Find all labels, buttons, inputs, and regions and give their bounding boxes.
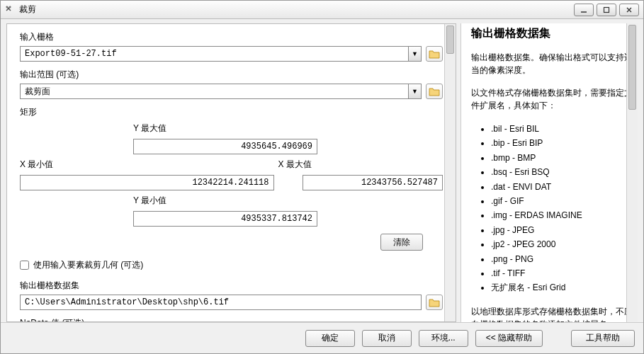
window-title: 裁剪 <box>19 4 574 16</box>
input-raster-value: Export09-51-27.tif <box>21 49 408 59</box>
x-min-input[interactable] <box>20 175 274 190</box>
maximize-button[interactable] <box>597 4 616 16</box>
format-item: .png - PNG <box>491 252 633 266</box>
input-raster-combo[interactable]: Export09-51-27.tif ▼ <box>20 46 422 62</box>
y-max-input[interactable] <box>133 139 317 154</box>
input-raster-label: 输入栅格 <box>20 31 443 43</box>
svg-point-0 <box>6 6 9 8</box>
format-item: .bsq - Esri BSQ <box>491 165 633 179</box>
browse-input-raster-button[interactable] <box>426 46 443 62</box>
use-features-label: 使用输入要素裁剪几何 (可选) <box>33 259 143 271</box>
svg-rect-3 <box>604 7 609 12</box>
format-item: .bil - Esri BIL <box>491 122 633 136</box>
environments-button[interactable]: 环境... <box>419 330 468 347</box>
format-item: .jpg - JPEG <box>491 223 633 237</box>
help-text: 输出栅格数据集。确保输出格式可以支持适当的像素深度。 <box>471 51 633 76</box>
format-item: .bip - Esri BIP <box>491 136 633 150</box>
chevron-down-icon[interactable]: ▼ <box>408 47 421 61</box>
y-max-label: Y 最大值 <box>133 122 274 135</box>
output-dataset-input[interactable] <box>20 295 422 310</box>
x-max-input[interactable] <box>303 175 444 190</box>
button-bar: 确定 取消 环境... << 隐藏帮助 工具帮助 <box>1 322 643 353</box>
output-dataset-label: 输出栅格数据集 <box>20 280 443 292</box>
title-bar: 裁剪 <box>1 1 643 19</box>
format-item: .jp2 - JPEG 2000 <box>491 237 633 251</box>
cancel-button[interactable]: 取消 <box>362 330 412 347</box>
window-buttons <box>574 4 639 16</box>
chevron-down-icon[interactable]: ▼ <box>408 84 421 98</box>
format-item: .dat - ENVI DAT <box>491 180 633 194</box>
help-scrollbar[interactable] <box>626 23 638 322</box>
help-title: 输出栅格数据集 <box>471 26 633 41</box>
hide-help-button[interactable]: << 隐藏帮助 <box>475 330 543 347</box>
browse-output-dataset-button[interactable] <box>426 295 443 310</box>
help-text: 以地理数据库形式存储栅格数据集时，不应向栅格数据集的名称添加文件扩展名。 <box>471 305 633 322</box>
dialog-window: 裁剪 输入栅格 Export09-51-27.tif ▼ 输出范 <box>0 0 644 354</box>
form-scrollbar[interactable] <box>444 24 456 321</box>
nodata-label: NoData 值 (可选) <box>20 317 443 322</box>
x-max-label: X 最大值 <box>274 159 444 171</box>
output-extent-value: 裁剪面 <box>21 86 408 98</box>
use-features-checkbox[interactable] <box>20 261 29 270</box>
app-icon <box>5 5 15 15</box>
y-min-label: Y 最小值 <box>133 195 274 207</box>
rectangle-label: 矩形 <box>20 106 443 118</box>
clear-button[interactable]: 清除 <box>380 234 423 251</box>
format-item: .tif - TIFF <box>491 266 633 280</box>
svg-point-1 <box>9 6 11 8</box>
ok-button[interactable]: 确定 <box>305 330 355 347</box>
close-button[interactable] <box>619 4 639 16</box>
format-list: .bil - Esri BIL.bip - Esri BIP.bmp - BMP… <box>471 122 633 295</box>
form-panel: 输入栅格 Export09-51-27.tif ▼ 输出范围 (可选) 裁剪面 … <box>6 23 456 322</box>
format-item: .img - ERDAS IMAGINE <box>491 208 633 222</box>
extent-group: Y 最大值 X 最小值 X 最大值 Y 最小值 <box>20 122 443 227</box>
y-min-input[interactable] <box>133 211 317 227</box>
help-panel: 输出栅格数据集 输出栅格数据集。确保输出格式可以支持适当的像素深度。 以文件格式… <box>461 23 638 322</box>
tool-help-button[interactable]: 工具帮助 <box>571 330 635 347</box>
format-item: .gif - GIF <box>491 194 633 208</box>
help-text: 以文件格式存储栅格数据集时，需要指定文件扩展名，具体如下： <box>471 86 633 112</box>
minimize-button[interactable] <box>574 4 594 16</box>
output-extent-label: 输出范围 (可选) <box>20 69 443 81</box>
format-item: 无扩展名 - Esri Grid <box>491 280 633 295</box>
browse-output-extent-button[interactable] <box>426 84 443 99</box>
format-item: .bmp - BMP <box>491 151 633 165</box>
x-min-label: X 最小值 <box>20 159 133 171</box>
output-extent-combo[interactable]: 裁剪面 ▼ <box>20 84 422 99</box>
